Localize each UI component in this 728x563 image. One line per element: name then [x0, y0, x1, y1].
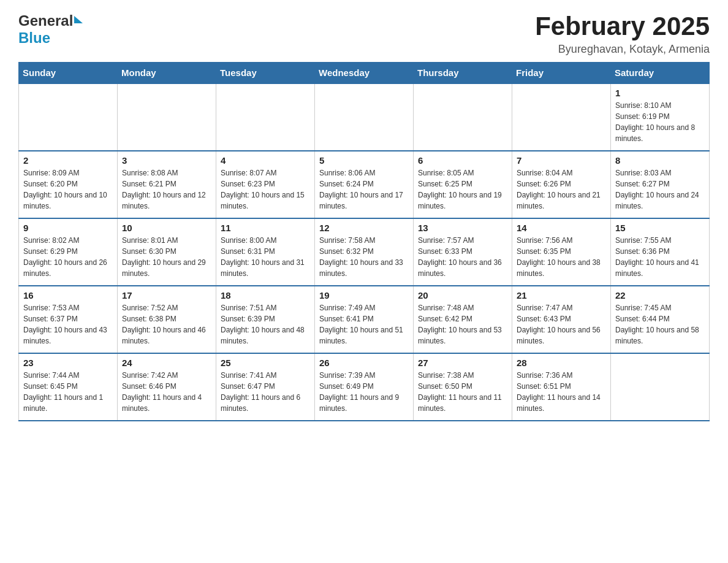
- calendar-cell: 15Sunrise: 7:55 AMSunset: 6:36 PMDayligh…: [611, 218, 710, 286]
- day-info: Sunrise: 7:41 AMSunset: 6:47 PMDaylight:…: [221, 370, 310, 414]
- calendar-cell: 23Sunrise: 7:44 AMSunset: 6:45 PMDayligh…: [19, 353, 118, 421]
- calendar-cell: 27Sunrise: 7:38 AMSunset: 6:50 PMDayligh…: [414, 353, 512, 421]
- day-info: Sunrise: 7:38 AMSunset: 6:50 PMDaylight:…: [418, 370, 507, 414]
- calendar-cell: 20Sunrise: 7:48 AMSunset: 6:42 PMDayligh…: [414, 286, 512, 353]
- day-number: 8: [615, 155, 705, 166]
- day-info: Sunrise: 7:44 AMSunset: 6:45 PMDaylight:…: [23, 370, 113, 414]
- calendar-cell: [216, 83, 315, 151]
- page-header: General Blue February 2025 Byureghavan, …: [18, 12, 710, 56]
- day-info: Sunrise: 8:09 AMSunset: 6:20 PMDaylight:…: [23, 167, 113, 212]
- calendar-header-thursday: Thursday: [414, 63, 512, 84]
- calendar-cell: [19, 83, 118, 151]
- day-number: 23: [23, 358, 113, 368]
- day-number: 4: [221, 155, 310, 166]
- day-info: Sunrise: 7:53 AMSunset: 6:37 PMDaylight:…: [23, 302, 113, 347]
- day-info: Sunrise: 7:45 AMSunset: 6:44 PMDaylight:…: [615, 302, 705, 347]
- day-number: 24: [122, 358, 211, 368]
- calendar-week-1: 1Sunrise: 8:10 AMSunset: 6:19 PMDaylight…: [19, 83, 710, 151]
- calendar-cell: 14Sunrise: 7:56 AMSunset: 6:35 PMDayligh…: [512, 218, 611, 286]
- logo: General Blue: [18, 12, 83, 47]
- calendar-cell: 13Sunrise: 7:57 AMSunset: 6:33 PMDayligh…: [414, 218, 512, 286]
- day-info: Sunrise: 7:42 AMSunset: 6:46 PMDaylight:…: [122, 370, 211, 414]
- calendar-cell: 6Sunrise: 8:05 AMSunset: 6:25 PMDaylight…: [414, 151, 512, 218]
- calendar-week-4: 16Sunrise: 7:53 AMSunset: 6:37 PMDayligh…: [19, 286, 710, 353]
- calendar-header-saturday: Saturday: [611, 63, 710, 84]
- calendar-cell: 17Sunrise: 7:52 AMSunset: 6:38 PMDayligh…: [118, 286, 216, 353]
- day-number: 2: [23, 155, 113, 166]
- day-info: Sunrise: 8:04 AMSunset: 6:26 PMDaylight:…: [517, 167, 606, 212]
- logo-general-text: General: [18, 12, 73, 29]
- calendar-cell: 11Sunrise: 8:00 AMSunset: 6:31 PMDayligh…: [216, 218, 315, 286]
- calendar-cell: [414, 83, 512, 151]
- logo-blue-text: Blue: [18, 29, 50, 46]
- day-number: 7: [517, 155, 606, 166]
- day-number: 14: [517, 223, 606, 233]
- day-number: 21: [517, 290, 606, 301]
- day-info: Sunrise: 8:07 AMSunset: 6:23 PMDaylight:…: [221, 167, 310, 212]
- calendar-header-tuesday: Tuesday: [216, 63, 315, 84]
- day-info: Sunrise: 8:01 AMSunset: 6:30 PMDaylight:…: [122, 235, 211, 279]
- page-title: February 2025: [535, 12, 710, 40]
- calendar-cell: 4Sunrise: 8:07 AMSunset: 6:23 PMDaylight…: [216, 151, 315, 218]
- day-number: 10: [122, 223, 211, 233]
- day-info: Sunrise: 8:05 AMSunset: 6:25 PMDaylight:…: [418, 167, 507, 212]
- title-block: February 2025 Byureghavan, Kotayk, Armen…: [535, 12, 710, 56]
- calendar-cell: 25Sunrise: 7:41 AMSunset: 6:47 PMDayligh…: [216, 353, 315, 421]
- day-number: 27: [418, 358, 507, 368]
- logo-arrow-icon: [74, 16, 83, 23]
- calendar-table: SundayMondayTuesdayWednesdayThursdayFrid…: [18, 62, 710, 421]
- day-info: Sunrise: 7:47 AMSunset: 6:43 PMDaylight:…: [517, 302, 606, 347]
- calendar-cell: [118, 83, 216, 151]
- day-info: Sunrise: 8:10 AMSunset: 6:19 PMDaylight:…: [615, 100, 705, 144]
- day-number: 22: [615, 290, 705, 301]
- calendar-cell: 9Sunrise: 8:02 AMSunset: 6:29 PMDaylight…: [19, 218, 118, 286]
- calendar-header-monday: Monday: [118, 63, 216, 84]
- calendar-cell: 16Sunrise: 7:53 AMSunset: 6:37 PMDayligh…: [19, 286, 118, 353]
- day-info: Sunrise: 7:48 AMSunset: 6:42 PMDaylight:…: [418, 302, 507, 347]
- day-number: 3: [122, 155, 211, 166]
- day-number: 25: [221, 358, 310, 368]
- day-info: Sunrise: 7:57 AMSunset: 6:33 PMDaylight:…: [418, 235, 507, 279]
- calendar-cell: 7Sunrise: 8:04 AMSunset: 6:26 PMDaylight…: [512, 151, 611, 218]
- calendar-header-sunday: Sunday: [19, 63, 118, 84]
- calendar-cell: 18Sunrise: 7:51 AMSunset: 6:39 PMDayligh…: [216, 286, 315, 353]
- day-info: Sunrise: 7:39 AMSunset: 6:49 PMDaylight:…: [319, 370, 409, 414]
- calendar-cell: 3Sunrise: 8:08 AMSunset: 6:21 PMDaylight…: [118, 151, 216, 218]
- page-subtitle: Byureghavan, Kotayk, Armenia: [535, 43, 710, 56]
- calendar-week-2: 2Sunrise: 8:09 AMSunset: 6:20 PMDaylight…: [19, 151, 710, 218]
- calendar-cell: 22Sunrise: 7:45 AMSunset: 6:44 PMDayligh…: [611, 286, 710, 353]
- calendar-cell: 26Sunrise: 7:39 AMSunset: 6:49 PMDayligh…: [315, 353, 414, 421]
- calendar-cell: 2Sunrise: 8:09 AMSunset: 6:20 PMDaylight…: [19, 151, 118, 218]
- day-info: Sunrise: 8:08 AMSunset: 6:21 PMDaylight:…: [122, 167, 211, 212]
- day-number: 9: [23, 223, 113, 233]
- day-number: 12: [319, 223, 409, 233]
- calendar-cell: 12Sunrise: 7:58 AMSunset: 6:32 PMDayligh…: [315, 218, 414, 286]
- calendar-cell: 8Sunrise: 8:03 AMSunset: 6:27 PMDaylight…: [611, 151, 710, 218]
- calendar-header-wednesday: Wednesday: [315, 63, 414, 84]
- day-info: Sunrise: 7:51 AMSunset: 6:39 PMDaylight:…: [221, 302, 310, 347]
- day-info: Sunrise: 7:49 AMSunset: 6:41 PMDaylight:…: [319, 302, 409, 347]
- calendar-cell: 1Sunrise: 8:10 AMSunset: 6:19 PMDaylight…: [611, 83, 710, 151]
- day-number: 13: [418, 223, 507, 233]
- day-number: 6: [418, 155, 507, 166]
- calendar-cell: 21Sunrise: 7:47 AMSunset: 6:43 PMDayligh…: [512, 286, 611, 353]
- calendar-cell: [611, 353, 710, 421]
- day-info: Sunrise: 7:56 AMSunset: 6:35 PMDaylight:…: [517, 235, 606, 279]
- day-info: Sunrise: 8:02 AMSunset: 6:29 PMDaylight:…: [23, 235, 113, 279]
- day-number: 16: [23, 290, 113, 301]
- day-number: 5: [319, 155, 409, 166]
- calendar-header-row: SundayMondayTuesdayWednesdayThursdayFrid…: [19, 63, 710, 84]
- day-number: 15: [615, 223, 705, 233]
- calendar-cell: [512, 83, 611, 151]
- day-number: 19: [319, 290, 409, 301]
- calendar-cell: 10Sunrise: 8:01 AMSunset: 6:30 PMDayligh…: [118, 218, 216, 286]
- day-number: 26: [319, 358, 409, 368]
- day-number: 28: [517, 358, 606, 368]
- day-info: Sunrise: 8:03 AMSunset: 6:27 PMDaylight:…: [615, 167, 705, 212]
- day-info: Sunrise: 8:00 AMSunset: 6:31 PMDaylight:…: [221, 235, 310, 279]
- day-number: 17: [122, 290, 211, 301]
- day-info: Sunrise: 7:55 AMSunset: 6:36 PMDaylight:…: [615, 235, 705, 279]
- day-number: 1: [615, 88, 705, 98]
- day-info: Sunrise: 7:36 AMSunset: 6:51 PMDaylight:…: [517, 370, 606, 414]
- day-info: Sunrise: 8:06 AMSunset: 6:24 PMDaylight:…: [319, 167, 409, 212]
